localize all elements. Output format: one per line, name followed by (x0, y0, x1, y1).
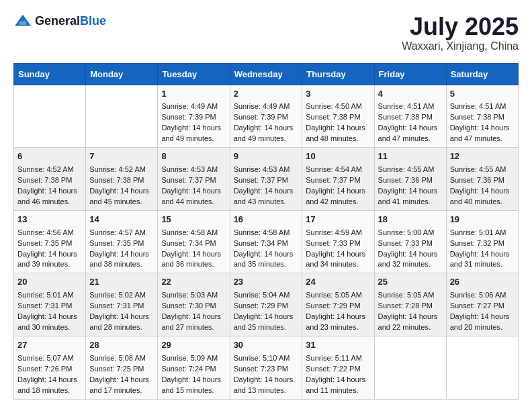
day-info-line: Daylight: 14 hours and 27 minutes. (161, 312, 226, 333)
calendar-cell: 4Sunrise: 4:51 AMSunset: 7:38 PMDaylight… (374, 85, 446, 148)
calendar-cell: 20Sunrise: 5:01 AMSunset: 7:31 PMDayligh… (14, 273, 86, 336)
day-info-line: Daylight: 14 hours and 30 minutes. (17, 312, 82, 333)
day-info-line: Sunset: 7:31 PM (17, 301, 82, 312)
day-info-line: Sunrise: 4:49 AM (234, 101, 299, 112)
day-number: 23 (234, 276, 299, 289)
calendar-cell: 15Sunrise: 4:58 AMSunset: 7:34 PMDayligh… (158, 210, 230, 273)
day-number: 25 (378, 276, 443, 289)
day-info-line: Sunrise: 4:57 AM (89, 228, 154, 238)
day-info-line: Daylight: 14 hours and 28 minutes. (89, 312, 154, 333)
calendar-cell: 1Sunrise: 4:49 AMSunset: 7:39 PMDaylight… (158, 85, 230, 148)
week-row-5: 27Sunrise: 5:07 AMSunset: 7:26 PMDayligh… (14, 336, 519, 399)
day-info-line: Daylight: 14 hours and 40 minutes. (450, 186, 515, 208)
calendar-cell (446, 336, 518, 399)
page-header: GeneralBlue July 2025 Waxxari, Xinjiang,… (13, 13, 519, 52)
day-info-line: Sunrise: 4:50 AM (306, 101, 370, 112)
day-info-line: Daylight: 14 hours and 25 minutes. (234, 312, 299, 333)
day-info-line: Daylight: 14 hours and 42 minutes. (306, 186, 370, 208)
calendar-cell: 23Sunrise: 5:04 AMSunset: 7:29 PMDayligh… (230, 273, 302, 336)
day-number: 19 (450, 214, 515, 226)
day-number: 26 (450, 276, 515, 289)
calendar-cell: 10Sunrise: 4:54 AMSunset: 7:37 PMDayligh… (302, 148, 374, 211)
month-title: July 2025 (402, 13, 519, 40)
day-info-line: Sunrise: 4:53 AM (234, 165, 299, 175)
location-title: Waxxari, Xinjiang, China (402, 40, 519, 52)
day-number: 5 (450, 88, 515, 101)
day-info-line: Sunset: 7:38 PM (17, 175, 82, 186)
calendar-cell: 17Sunrise: 4:59 AMSunset: 7:33 PMDayligh… (302, 210, 374, 273)
calendar-cell: 22Sunrise: 5:03 AMSunset: 7:30 PMDayligh… (158, 273, 230, 336)
day-info-line: Daylight: 14 hours and 31 minutes. (450, 249, 515, 271)
day-info-line: Sunset: 7:39 PM (234, 112, 299, 123)
weekday-header-wednesday: Wednesday (230, 63, 302, 85)
day-number: 4 (378, 88, 443, 101)
calendar-cell: 8Sunrise: 4:53 AMSunset: 7:37 PMDaylight… (158, 148, 230, 211)
calendar-header: SundayMondayTuesdayWednesdayThursdayFrid… (14, 63, 519, 85)
day-info-line: Daylight: 14 hours and 49 minutes. (234, 123, 299, 144)
day-number: 20 (17, 276, 82, 289)
weekday-row: SundayMondayTuesdayWednesdayThursdayFrid… (14, 63, 519, 85)
day-info-line: Sunrise: 4:55 AM (450, 165, 515, 175)
day-info-line: Sunset: 7:38 PM (450, 112, 515, 123)
day-info-line: Sunset: 7:34 PM (234, 238, 299, 249)
calendar-cell: 18Sunrise: 5:00 AMSunset: 7:33 PMDayligh… (374, 210, 446, 273)
day-info-line: Daylight: 14 hours and 36 minutes. (161, 249, 226, 271)
day-info-line: Sunrise: 4:58 AM (234, 228, 299, 238)
day-number: 3 (306, 88, 370, 101)
day-info-line: Sunset: 7:37 PM (161, 175, 226, 186)
day-info-line: Daylight: 14 hours and 48 minutes. (306, 123, 370, 144)
weekday-header-friday: Friday (374, 63, 446, 85)
day-info-line: Sunset: 7:38 PM (378, 112, 443, 123)
day-info-line: Sunset: 7:33 PM (378, 238, 443, 249)
day-info-line: Sunrise: 4:58 AM (161, 228, 226, 238)
day-info-line: Sunset: 7:27 PM (450, 301, 515, 312)
day-info-line: Daylight: 14 hours and 35 minutes. (234, 249, 299, 271)
day-info-line: Sunset: 7:33 PM (306, 238, 370, 249)
day-info-line: Sunset: 7:37 PM (234, 175, 299, 186)
day-info-line: Sunrise: 5:01 AM (17, 290, 82, 301)
week-row-1: 1Sunrise: 4:49 AMSunset: 7:39 PMDaylight… (14, 85, 519, 148)
day-info-line: Sunset: 7:29 PM (234, 301, 299, 312)
calendar-cell: 13Sunrise: 4:56 AMSunset: 7:35 PMDayligh… (14, 210, 86, 273)
day-info-line: Daylight: 14 hours and 41 minutes. (378, 186, 443, 208)
day-info-line: Sunset: 7:38 PM (306, 112, 370, 123)
calendar-cell: 24Sunrise: 5:05 AMSunset: 7:29 PMDayligh… (302, 273, 374, 336)
calendar-cell: 19Sunrise: 5:01 AMSunset: 7:32 PMDayligh… (446, 210, 518, 273)
day-number: 29 (161, 339, 226, 352)
calendar-cell: 26Sunrise: 5:06 AMSunset: 7:27 PMDayligh… (446, 273, 518, 336)
calendar-cell: 28Sunrise: 5:08 AMSunset: 7:25 PMDayligh… (86, 336, 158, 399)
day-info-line: Sunset: 7:23 PM (234, 364, 299, 375)
day-number: 30 (234, 339, 299, 352)
day-info-line: Daylight: 14 hours and 20 minutes. (450, 312, 515, 333)
day-info-line: Daylight: 14 hours and 39 minutes. (17, 249, 82, 271)
day-info-line: Sunset: 7:36 PM (450, 175, 515, 186)
day-number: 14 (89, 214, 154, 226)
day-info-line: Sunset: 7:24 PM (161, 364, 226, 375)
day-info-line: Daylight: 14 hours and 47 minutes. (378, 123, 443, 144)
day-info-line: Daylight: 14 hours and 22 minutes. (378, 312, 443, 333)
week-row-4: 20Sunrise: 5:01 AMSunset: 7:31 PMDayligh… (14, 273, 519, 336)
day-info-line: Sunset: 7:34 PM (161, 238, 226, 249)
calendar-cell: 25Sunrise: 5:05 AMSunset: 7:28 PMDayligh… (374, 273, 446, 336)
day-info-line: Sunset: 7:30 PM (161, 301, 226, 312)
day-info-line: Sunrise: 4:54 AM (306, 165, 370, 175)
calendar-body: 1Sunrise: 4:49 AMSunset: 7:39 PMDaylight… (14, 85, 519, 399)
day-number: 8 (161, 150, 226, 163)
calendar-cell: 5Sunrise: 4:51 AMSunset: 7:38 PMDaylight… (446, 85, 518, 148)
day-info-line: Sunset: 7:22 PM (306, 364, 370, 375)
day-info-line: Sunrise: 4:59 AM (306, 228, 370, 238)
day-number: 12 (450, 150, 515, 163)
day-info-line: Sunrise: 4:52 AM (89, 165, 154, 175)
calendar-cell: 3Sunrise: 4:50 AMSunset: 7:38 PMDaylight… (302, 85, 374, 148)
day-info-line: Sunrise: 5:10 AM (234, 353, 299, 364)
calendar-cell: 30Sunrise: 5:10 AMSunset: 7:23 PMDayligh… (230, 336, 302, 399)
logo: GeneralBlue (13, 13, 106, 28)
day-info-line: Sunset: 7:25 PM (89, 364, 154, 375)
weekday-header-sunday: Sunday (14, 63, 86, 85)
day-info-line: Sunset: 7:29 PM (306, 301, 370, 312)
day-info-line: Sunrise: 5:06 AM (450, 290, 515, 301)
day-info-line: Sunrise: 5:05 AM (378, 290, 443, 301)
week-row-2: 6Sunrise: 4:52 AMSunset: 7:38 PMDaylight… (14, 148, 519, 211)
day-info-line: Daylight: 14 hours and 34 minutes. (306, 249, 370, 271)
week-row-3: 13Sunrise: 4:56 AMSunset: 7:35 PMDayligh… (14, 210, 519, 273)
